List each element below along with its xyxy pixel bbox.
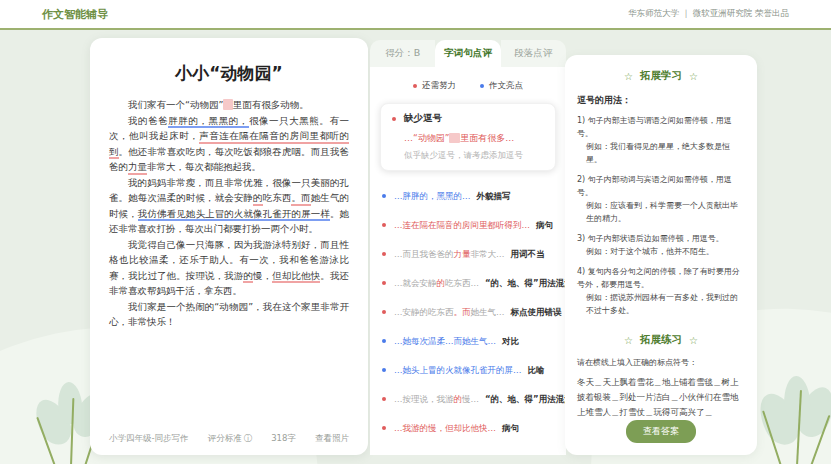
essay-paragraph: 我的妈妈非常瘦，而且非常优雅，很像一只美丽的孔雀。她每次温柔的时候，就会安静的吃… [109,175,349,237]
issue-suggestion: 似乎缺少逗号，请考虑添加逗号 [404,150,544,162]
review-quote: …安静的吃东西。而她生气…标点使用错误 [394,306,562,318]
legend-needs-work: 还需努力 [413,80,456,92]
red-dot-icon [382,397,386,401]
review-label: “的、地、得”用法混淆 [485,278,566,288]
review-quote: …她头上冒的火就像孔雀开的屏…比喻 [394,364,545,376]
tab-word-sentence-review[interactable]: 字词句点评 [435,40,500,67]
review-item[interactable]: …而且我爸爸的力量非常大…用词不当 [370,248,566,260]
star-icon: ☆ [624,335,633,346]
review-item[interactable]: …胖胖的，黑黑的…外貌描写 [370,190,566,202]
app-header: 作文智能辅导 华东师范大学 ｜ 微软亚洲研究院 荣誉出品 [0,0,831,30]
review-quote: …胖胖的，黑黑的…外貌描写 [394,190,511,202]
essay-highlight-red[interactable]: 的 [253,192,263,206]
review-quote: …我游的慢，但却比他快…病句 [394,422,519,434]
review-item[interactable]: …我游的慢，但却比他快…病句 [370,422,566,434]
red-dot-icon [392,117,396,121]
red-dot-icon [413,84,417,88]
review-label: “的、地、得”用法混淆 [485,394,566,404]
essay-paragraph: 我觉得自己像一只海豚，因为我游泳特别好，而且性格也比较温柔，还乐于助人。有一次，… [109,237,349,299]
red-dot-icon [382,281,386,285]
essay-text: 吃东西 [263,192,292,203]
review-item[interactable]: …她每次温柔…而她生气…对比 [370,335,566,347]
review-panel: 得分：B 字词句点评 段落点评 还需努力 作文亮点 缺少逗号 …“动物园” 里面… [370,40,566,455]
essay-panel: 小小“动物园” 我们家有一个“动物园” 里面有很多动物。我的爸爸胖胖的，黑黑的，… [90,38,368,455]
app-title: 作文智能辅导 [42,7,108,22]
tab-paragraph-review[interactable]: 段落点评 [501,40,566,67]
issue-title-row: 缺少逗号 [392,112,544,125]
essay-text: 我们家是一个热闹的“动物园”，我在这个家里非常开心，非常快乐！ [109,301,349,328]
red-dot-icon [382,252,386,256]
review-item[interactable]: …按理说，我游的慢…“的、地、得”用法混淆 [370,393,566,405]
essay-text: 慢， [253,270,272,281]
study-panel: ☆ 拓展学习 ☆ 逗号的用法： 1) 句子内部主语与谓语之间如需停顿，用逗号。例… [565,55,757,455]
view-answer-button[interactable]: 查看答案 [626,420,696,443]
essay-title: 小小“动物园” [109,62,349,85]
review-label: 比喻 [528,365,545,375]
rubric-link[interactable]: 评分标准ⓘ [208,433,253,445]
app-window: 作文智能辅导 华东师范大学 ｜ 微软亚洲研究院 荣誉出品 小小“动物园” 我们家… [0,0,831,464]
rule-item: 2) 句子内部动词与宾语之间如需停顿，用逗号。例如：应该看到，科学需要一个人贡献… [577,173,745,225]
review-legend: 还需努力 作文亮点 [370,67,566,98]
review-label: 外貌描写 [477,191,511,201]
essay-highlight-blue[interactable]: 胖胖的，黑黑的， [168,115,249,129]
review-item[interactable]: …就会安静的吃东西…“的、地、得”用法混淆 [370,277,566,289]
legend-highlight: 作文亮点 [480,80,523,92]
tab-score[interactable]: 得分：B [370,40,435,67]
rules-list: 1) 句子内部主语与谓语之间如需停顿，用逗号。例如：我们看得见的星星，绝大多数是… [577,114,745,317]
info-icon: ⓘ [244,433,253,443]
essay-text: 我们家有一个“动物园” [128,99,223,110]
essay-paragraph: 我们家有一个“动物园” 里面有很多动物。 [109,97,349,113]
rule-item: 1) 句子内部主语与谓语之间如需停顿，用逗号。例如：我们看得见的星星，绝大多数是… [577,114,745,166]
review-item[interactable]: …连在隔在隔音的房间里都听得到…病句 [370,219,566,231]
issue-title: 缺少逗号 [404,112,442,125]
essay-highlight-red[interactable]: 。而 [291,192,310,206]
rule-item: 3) 句子内部状语后边如需停顿，用逗号。例如：对于这个城市，他并不陌生。 [577,232,745,258]
review-quote: …就会安静的吃东西…“的、地、得”用法混淆 [394,277,566,289]
rule-item: 4) 复句内各分句之间的停顿，除了有时要用分号外，都要用逗号。例如：据说苏州园林… [577,265,745,317]
word-count: 318字 [271,433,296,445]
essay-body: 我们家有一个“动物园” 里面有很多动物。我的爸爸胖胖的，黑黑的，很像一只大黑熊。… [109,97,349,330]
essay-highlight-blue[interactable]: 我仿佛看见她头上冒的火就像孔雀开的屏一样 [138,208,330,222]
blank-marker [449,133,460,143]
essay-footer: 小学四年级-同步写作 评分标准ⓘ 318字 查看照片 [109,433,349,445]
star-icon: ☆ [624,71,633,82]
expanded-issue-card[interactable]: 缺少逗号 …“动物园” 里面有很多… 似乎缺少逗号，请考虑添加逗号 [380,103,556,171]
essay-paragraph: 我的爸爸胖胖的，黑黑的，很像一只大黑熊。有一次，他叫我起床时，声音连在隔在隔音的… [109,113,349,175]
star-icon: ☆ [689,71,698,82]
review-label: 病句 [502,423,519,433]
header-credits: 华东师范大学 ｜ 微软亚洲研究院 荣誉出品 [628,8,789,20]
essay-paragraph: 我们家是一个热闹的“动物园”，我在这个家里非常开心，非常快乐！ [109,299,349,330]
review-quote: …而且我爸爸的力量非常大…用词不当 [394,248,545,260]
review-quote: …连在隔在隔音的房间里都听得到…病句 [394,219,553,231]
review-item[interactable]: …安静的吃东西。而她生气…标点使用错误 [370,306,566,318]
review-quote: …她每次温柔…而她生气…对比 [394,335,519,347]
review-tabs: 得分：B 字词句点评 段落点评 [370,40,566,67]
review-label: 病句 [536,220,553,230]
essay-highlight-red[interactable]: 的 [243,270,253,284]
blue-dot-icon [382,368,386,372]
study-title: 拓展学习 [640,69,682,83]
review-body: 还需努力 作文亮点 缺少逗号 …“动物园” 里面有很多… 似乎缺少逗号，请考虑添… [370,67,566,455]
review-label: 用词不当 [511,249,545,259]
essay-highlight-red[interactable]: 但却比他快 [272,270,320,284]
practice-exercise: 冬天＿天上飘着雪花＿地上铺着雪毯＿树上披着银装＿到处一片洁白＿小伙伴们在雪地上堆… [577,375,745,420]
practice-instruction: 请在横线上填入正确的标点符号： [577,357,745,368]
practice-title: 拓展练习 [640,333,682,347]
study-subtitle: 逗号的用法： [577,94,745,107]
review-item[interactable]: …她头上冒的火就像孔雀开的屏…比喻 [370,364,566,376]
blue-dot-icon [382,194,386,198]
blue-dot-icon [480,84,484,88]
review-list: …胖胖的，黑黑的…外貌描写…连在隔在隔音的房间里都听得到…病句…而且我爸爸的力量… [370,190,566,434]
view-photo-link[interactable]: 查看照片 [315,433,349,445]
practice-section-title: ☆ 拓展练习 ☆ [577,333,745,347]
essay-text: 我的爸爸 [128,115,168,126]
blank-marker[interactable] [223,99,233,110]
blue-dot-icon [382,339,386,343]
essay-highlight-red[interactable]: 力量 [128,161,147,175]
study-section-title: ☆ 拓展学习 ☆ [577,69,745,83]
red-dot-icon [382,426,386,430]
red-dot-icon [382,223,386,227]
review-label: 对比 [502,336,519,346]
red-dot-icon [382,310,386,314]
star-icon: ☆ [689,335,698,346]
